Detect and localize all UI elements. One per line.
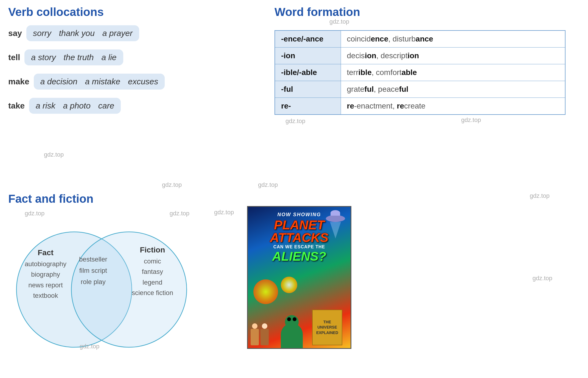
explosion-2 [281,277,297,293]
movie-poster: NOW SHOWING PLANET ATTACKS CAN WE ESCAPE… [247,206,351,349]
watermark-wf-top: gdz.top [329,18,588,25]
ufo-body [326,215,345,222]
wf-examples-4: grateful, peaceful [341,81,565,98]
fact-title: Fact [25,248,66,257]
say-obj1: sorry [33,29,51,38]
watermark-wf-right: gdz.top [461,116,588,124]
poster-book: THE UNIVERSE EXPLAINED [312,310,342,345]
watermark-poster-top: gdz.top [530,192,550,199]
verb-row-tell: tell a story the truth a lie [8,49,195,65]
fiction-items: comicfantasylegendscience fiction [132,256,173,298]
tell-bubble-group: a story the truth a lie [24,49,123,65]
word-formation-title: Word formation [275,5,576,19]
verb-row-make: make a decision a mistake excuses [8,74,195,90]
tell-obj1: a story [31,53,56,62]
word-formation-table: -ence/-ance coincidence, disturbance -io… [275,30,565,115]
verb-take: take [8,101,25,110]
wf-examples-5: re-enactment, recreate [341,98,565,115]
verb-make: make [8,77,29,86]
watermark-venn-left: gdz.top [25,210,44,217]
watermark-venn-bottom: gdz.top [80,343,99,350]
poster-now-showing: NOW SHOWING [278,212,321,218]
char-1 [251,329,259,345]
tell-obj2: the truth [63,53,94,62]
poster-can-we: CAN WE ESCAPE THE [273,244,325,249]
take-obj1: a risk [36,101,55,110]
verb-collocations-section: Verb collocations say sorry thank you a … [8,5,195,119]
say-obj2: thank you [59,29,95,38]
poster-book-text: THE UNIVERSE EXPLAINED [314,319,340,336]
wf-suffix-2: -ion [275,48,341,64]
alien-head [285,315,299,329]
ufo-beam [330,222,341,238]
char-head-1 [252,323,257,329]
make-bubble-group: a decision a mistake excuses [34,74,165,90]
make-obj2: a mistake [85,77,120,86]
make-obj1: a decision [40,77,77,86]
say-obj3: a prayer [102,29,133,38]
alien-body [281,323,303,349]
wf-row-3: -ible/-able terrible, comfortable [275,64,565,81]
venn-overlap-label: bestsellerfilm scriptrole play [79,254,107,287]
venn-fiction-label: Fiction comicfantasylegendscience fictio… [132,246,173,298]
verb-tell: tell [8,53,20,62]
char-head-2 [262,323,267,329]
fiction-title: Fiction [132,246,173,254]
make-obj3: excuses [128,77,158,86]
poster-inner: NOW SHOWING PLANET ATTACKS CAN WE ESCAPE… [248,207,351,348]
ufo-dome [331,210,340,216]
wf-row-4: -ful grateful, peaceful [275,81,565,98]
watermark-3: gdz.top [44,151,64,158]
wf-row-1: -ence/-ance coincidence, disturbance [275,30,565,48]
watermark-mid1: gdz.top [162,181,182,188]
wf-suffix-4: -ful [275,81,341,98]
verb-row-take: take a risk a photo care [8,98,195,114]
wf-examples-1: coincidence, disturbance [341,30,565,48]
explosion-1 [253,279,278,304]
wf-row-5: re- re-enactment, recreate [275,98,565,115]
fact-fiction-title: Fact and fiction [8,192,206,205]
verb-say: say [8,29,22,38]
poster-aliens: ALIENS? [272,250,326,263]
verb-collocations-title: Verb collocations [8,5,195,19]
venn-diagram: Fact autobiographybiographynews reportte… [8,218,206,361]
wf-suffix-3: -ible/-able [275,64,341,81]
watermark-venn-right: gdz.top [170,210,189,217]
char-2 [261,329,269,345]
ufo [326,215,345,222]
poster-characters [251,329,269,345]
venn-fact-label: Fact autobiographybiographynews reportte… [25,248,66,301]
overlap-items: bestsellerfilm scriptrole play [79,254,107,287]
say-bubble-group: sorry thank you a prayer [26,25,139,41]
wf-suffix-1: -ence/-ance [275,30,341,48]
wf-examples-2: decision, description [341,48,565,64]
watermark-mid2: gdz.top [258,181,278,188]
wf-row-2: -ion decision, description [275,48,565,64]
take-bubble-group: a risk a photo care [29,98,121,114]
watermark-poster-right: gdz.top [533,275,552,282]
fact-fiction-section: Fact and fiction gdz.top gdz.top Fact au… [8,192,206,361]
word-formation-section: Word formation gdz.top -ence/-ance coinc… [275,5,576,129]
fact-items: autobiographybiographynews reporttextboo… [25,259,66,301]
alien-eye-right [293,317,296,321]
wf-examples-3: terrible, comfortable [341,64,565,81]
tell-obj3: a lie [101,53,116,62]
take-obj2: a photo [63,101,91,110]
alien-eye-left [287,317,291,321]
verb-row-say: say sorry thank you a prayer [8,25,195,41]
watermark-poster-left: gdz.top [214,209,234,216]
take-obj3: care [98,101,114,110]
wf-suffix-5: re- [275,98,341,115]
